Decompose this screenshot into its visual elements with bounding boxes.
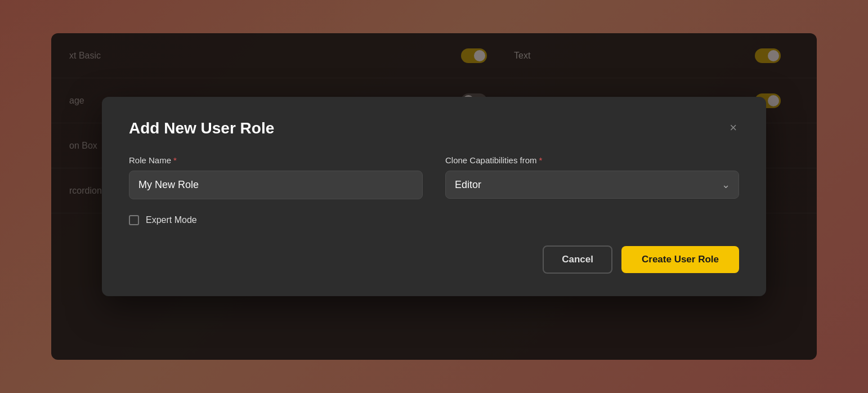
role-name-required: *	[173, 155, 177, 165]
clone-select-wrapper: Editor Administrator Author Subscriber C…	[445, 171, 739, 199]
form-row-main: Role Name* Clone Capatibilities from* Ed…	[129, 155, 739, 199]
modal-header: Add New User Role ×	[129, 119, 739, 137]
clone-capabilities-group: Clone Capatibilities from* Editor Admini…	[445, 155, 739, 199]
clone-select[interactable]: Editor Administrator Author Subscriber C…	[445, 171, 739, 199]
cancel-button[interactable]: Cancel	[543, 245, 612, 274]
expert-mode-row: Expert Mode	[129, 215, 739, 225]
role-name-group: Role Name*	[129, 155, 423, 199]
role-name-input[interactable]	[129, 171, 423, 199]
role-name-label: Role Name*	[129, 155, 423, 165]
add-user-role-modal: Add New User Role × Role Name* Clone Cap…	[102, 97, 766, 296]
modal-title: Add New User Role	[129, 119, 274, 137]
expert-mode-checkbox[interactable]	[129, 215, 139, 225]
create-user-role-button[interactable]: Create User Role	[621, 246, 739, 273]
clone-label: Clone Capatibilities from*	[445, 155, 739, 165]
modal-footer: Cancel Create User Role	[129, 245, 739, 274]
close-button[interactable]: ×	[727, 119, 739, 136]
expert-mode-label[interactable]: Expert Mode	[146, 215, 197, 225]
clone-required: *	[539, 155, 543, 165]
